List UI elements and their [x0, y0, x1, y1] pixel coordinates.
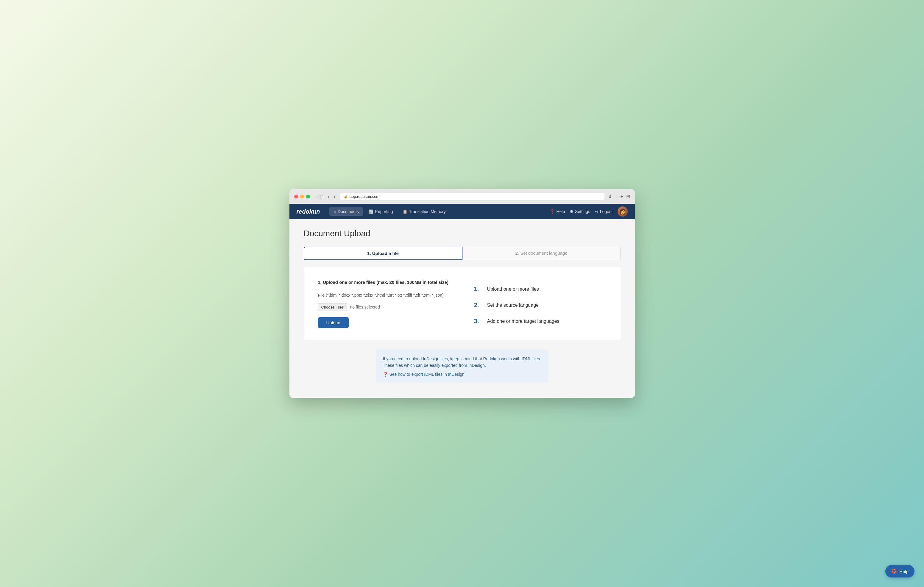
- help-fab-icon: 🛟: [891, 569, 897, 574]
- steps-bar: 1. Upload a file 2. Set document languag…: [304, 247, 620, 260]
- instruction-3: 3. Add one or more target languages: [474, 317, 606, 325]
- nav-links: ≡ Documents 📊 Reporting 📋 Translation Me…: [329, 207, 550, 216]
- download-icon[interactable]: ⬇: [608, 194, 612, 199]
- upload-button[interactable]: Upload: [318, 317, 349, 328]
- nav-settings[interactable]: ⚙ Settings: [570, 209, 590, 214]
- instructions-list: 1. Upload one or more files 2. Set the s…: [474, 279, 606, 325]
- nav-help-label: Help: [556, 209, 565, 214]
- step-upload-tab[interactable]: 1. Upload a file: [304, 247, 462, 260]
- file-types: File (*.idml *.docx *.pptx *.xlsx *.html…: [318, 292, 450, 298]
- nav-translation-memory[interactable]: 📋 Translation Memory: [398, 207, 450, 216]
- choose-files-button[interactable]: Choose Files: [318, 303, 347, 311]
- upload-description: 1. Upload one or more files (max. 20 fil…: [318, 279, 450, 286]
- reporting-icon: 📊: [368, 209, 373, 214]
- lock-icon: 🔒: [344, 194, 348, 199]
- traffic-lights: [294, 194, 310, 199]
- upload-right: 1. Upload one or more files 2. Set the s…: [474, 279, 606, 328]
- page-title: Document Upload: [304, 229, 620, 238]
- upload-left: 1. Upload one or more files (max. 20 fil…: [318, 279, 450, 328]
- minimize-button[interactable]: [300, 194, 304, 199]
- info-link-text: See how to export IDML files in InDesign: [389, 372, 465, 377]
- step-text-3: Add one or more target languages: [487, 317, 559, 325]
- documents-icon: ≡: [333, 209, 336, 214]
- brand-logo[interactable]: redokun: [297, 208, 320, 215]
- file-input-row: Choose Files no files selected: [318, 303, 450, 311]
- info-box: If you need to upload InDesign files, ke…: [376, 350, 548, 383]
- main-nav: redokun ≡ Documents 📊 Reporting 📋 Transl…: [289, 204, 635, 219]
- maximize-button[interactable]: [306, 194, 310, 199]
- no-files-text: no files selected: [350, 305, 380, 309]
- step-text-2: Set the source language: [487, 301, 539, 309]
- address-bar[interactable]: 🔒 app.redokun.com: [340, 193, 604, 200]
- new-tab-icon[interactable]: +: [620, 194, 623, 199]
- nav-documents[interactable]: ≡ Documents: [329, 207, 363, 216]
- instruction-2: 2. Set the source language: [474, 301, 606, 309]
- nav-translation-memory-label: Translation Memory: [409, 209, 446, 214]
- share-icon[interactable]: ↑: [615, 194, 617, 199]
- help-fab[interactable]: 🛟 Help: [885, 565, 914, 577]
- nav-logout-label: Logout: [600, 209, 613, 214]
- nav-documents-label: Documents: [338, 209, 359, 214]
- help-icon: ❓: [550, 209, 555, 214]
- forward-button[interactable]: ›: [333, 194, 337, 200]
- upload-card: 1. Upload one or more files (max. 20 fil…: [304, 267, 620, 340]
- step-number-1: 1.: [474, 285, 483, 293]
- nav-help[interactable]: ❓ Help: [550, 209, 565, 214]
- instruction-1: 1. Upload one or more files: [474, 285, 606, 293]
- close-button[interactable]: [294, 194, 298, 199]
- nav-right: ❓ Help ⚙ Settings ↪ Logout 👩: [550, 207, 627, 217]
- back-button[interactable]: ‹: [327, 194, 330, 200]
- step-language-tab: 2. Set document language: [462, 247, 620, 260]
- nav-logout[interactable]: ↪ Logout: [595, 209, 613, 214]
- step-number-3: 3.: [474, 317, 483, 325]
- tab-overview-icon[interactable]: ⊞: [626, 194, 630, 199]
- info-box-link[interactable]: ❓ See how to export IDML files in InDesi…: [383, 372, 541, 377]
- info-box-text: If you need to upload InDesign files, ke…: [383, 355, 541, 369]
- step-text-1: Upload one or more files: [487, 285, 539, 293]
- translation-memory-icon: 📋: [403, 209, 408, 214]
- url-text: app.redokun.com: [350, 194, 380, 199]
- nav-reporting-label: Reporting: [375, 209, 393, 214]
- step-number-2: 2.: [474, 301, 483, 309]
- logout-icon: ↪: [595, 209, 599, 214]
- nav-reporting[interactable]: 📊 Reporting: [364, 207, 397, 216]
- nav-settings-label: Settings: [575, 209, 590, 214]
- browser-nav-controls: ⬜ ˅ ‹ ›: [316, 194, 337, 200]
- help-fab-label: Help: [899, 569, 909, 574]
- sidebar-toggle-button[interactable]: ⬜ ˅: [316, 194, 324, 199]
- browser-actions: ⬇ ↑ + ⊞: [608, 194, 630, 199]
- settings-icon: ⚙: [570, 209, 574, 214]
- info-link-icon: ❓: [383, 372, 388, 377]
- main-content: Document Upload 1. Upload a file 2. Set …: [289, 219, 635, 398]
- avatar[interactable]: 👩: [617, 207, 628, 217]
